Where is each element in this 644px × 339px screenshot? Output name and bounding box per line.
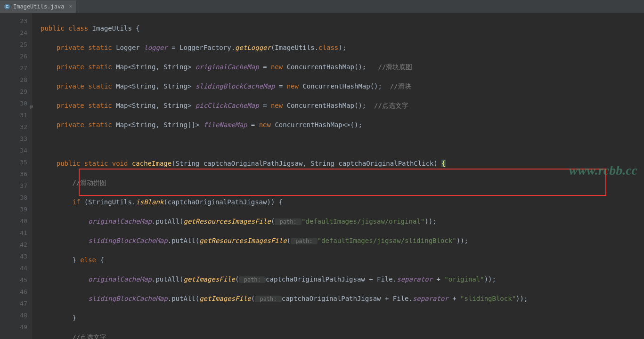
line-number: 37	[0, 180, 32, 192]
tab-bar: C ImageUtils.java ×	[0, 0, 644, 13]
tab-filename: ImageUtils.java	[13, 3, 64, 10]
line-number: 44	[0, 262, 32, 274]
code-line: //滑动拼图	[41, 177, 644, 189]
code-area[interactable]: public class ImageUtils { private static…	[32, 13, 644, 339]
code-line: //点选文字	[41, 331, 644, 339]
code-line: }	[41, 312, 644, 324]
line-number: 45	[0, 274, 32, 286]
line-number: 34	[0, 145, 32, 156]
code-editor[interactable]: 23 24 25 26 27 28 29 30@ 31 32 33 34 35 …	[0, 13, 644, 339]
code-line: private static Logger logger = LoggerFac…	[41, 42, 644, 54]
line-number: 23	[0, 15, 32, 27]
code-line: slidingBlockCacheMap.putAll(getImagesFil…	[41, 293, 644, 305]
line-number: 29	[0, 86, 32, 97]
line-number: 27	[0, 62, 32, 74]
java-class-icon: C	[4, 3, 10, 10]
line-number: 38	[0, 192, 32, 203]
code-line: private static Map<String, String[]> fil…	[41, 119, 644, 131]
code-line: originalCacheMap.putAll(getImagesFile( p…	[41, 274, 644, 285]
code-line: public class ImageUtils {	[41, 23, 644, 34]
code-line: private static Map<String, String> picCl…	[41, 100, 644, 112]
line-number: 26	[0, 50, 32, 62]
line-number: 49	[0, 321, 32, 333]
line-number: 46	[0, 286, 32, 298]
line-number: 28	[0, 74, 32, 86]
line-number: 33	[0, 133, 32, 145]
line-number: 24	[0, 27, 32, 39]
code-line: if (StringUtils.isBlank(captchaOriginalP…	[41, 196, 644, 208]
line-number: 43	[0, 250, 32, 262]
line-number: 36	[0, 168, 32, 180]
code-line: } else {	[41, 254, 644, 266]
code-line	[41, 138, 644, 150]
line-number: 31	[0, 109, 32, 121]
line-number: 48	[0, 309, 32, 321]
line-number: 32	[0, 121, 32, 133]
line-number: 41	[0, 227, 32, 239]
line-number: 35	[0, 156, 32, 168]
code-line: slidingBlockCacheMap.putAll(getResources…	[41, 235, 644, 247]
line-number: 30@	[0, 97, 32, 109]
svg-text:C: C	[6, 4, 9, 9]
line-number: 40	[0, 215, 32, 227]
gutter: 23 24 25 26 27 28 29 30@ 31 32 33 34 35 …	[0, 13, 32, 339]
line-number: 42	[0, 239, 32, 250]
line-number: 39	[0, 203, 32, 215]
editor-tab[interactable]: C ImageUtils.java ×	[0, 0, 76, 13]
line-number: 25	[0, 39, 32, 50]
tab-close-icon[interactable]: ×	[69, 3, 72, 9]
code-line: public static void cacheImage(String cap…	[41, 158, 644, 170]
code-line: originalCacheMap.putAll(getResourcesImag…	[41, 216, 644, 227]
code-line: private static Map<String, String> slidi…	[41, 81, 644, 92]
code-line: private static Map<String, String> origi…	[41, 61, 644, 73]
line-number: 47	[0, 298, 32, 309]
